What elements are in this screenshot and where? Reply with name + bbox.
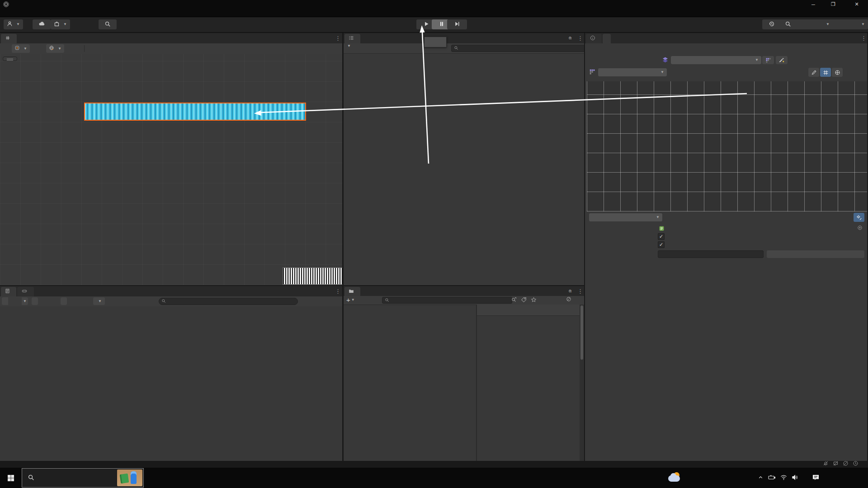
close-button[interactable]: ✕ bbox=[849, 0, 864, 9]
project-panel: a ⋮ +▼ bbox=[344, 286, 584, 461]
notification-center-icon[interactable] bbox=[812, 474, 820, 482]
clear-dropdown[interactable]: ▼ bbox=[21, 297, 28, 305]
collapse-button[interactable] bbox=[32, 297, 38, 305]
scene-panel: ⋮ ▼ ▼ bbox=[0, 33, 342, 285]
z-position-input[interactable] bbox=[658, 250, 764, 258]
tab-project[interactable] bbox=[344, 287, 360, 296]
error-pause-button[interactable] bbox=[61, 297, 67, 305]
palette-select-dropdown[interactable]: ▼ bbox=[598, 68, 667, 76]
scene-tabbar: ⋮ bbox=[0, 33, 342, 43]
handle-space-dropdown[interactable]: ▼ bbox=[46, 44, 64, 53]
object-picker-icon[interactable] bbox=[857, 225, 863, 232]
layers-dropdown[interactable]: ▼ bbox=[795, 19, 833, 29]
tab-hierarchy[interactable] bbox=[344, 34, 360, 43]
search-highlight-image[interactable] bbox=[117, 469, 142, 486]
console-toolbar: ▼ ▼ bbox=[0, 296, 342, 307]
active-tilemap-dropdown[interactable]: ▼ bbox=[671, 56, 761, 64]
search-save-icon[interactable] bbox=[511, 297, 517, 304]
search-icon bbox=[161, 298, 166, 305]
scene-viewport[interactable] bbox=[0, 54, 342, 285]
project-assets-pane bbox=[477, 305, 580, 461]
wifi-icon[interactable] bbox=[780, 474, 787, 482]
info-icon bbox=[590, 35, 595, 42]
hierarchy-toolbar: ▼ bbox=[344, 43, 584, 54]
tab-scene[interactable] bbox=[1, 34, 17, 43]
brush-settings-toggle[interactable] bbox=[854, 213, 864, 222]
clear-button[interactable] bbox=[2, 297, 8, 305]
palette-edit-button[interactable] bbox=[808, 68, 819, 77]
project-add-button[interactable]: +▼ bbox=[346, 296, 355, 304]
services-muted-icon[interactable] bbox=[843, 460, 849, 468]
gridbrush-script-icon bbox=[658, 225, 665, 231]
collab-muted-icon[interactable] bbox=[833, 460, 839, 468]
project-scrollbar[interactable] bbox=[580, 305, 584, 461]
editor-status-icons bbox=[823, 460, 859, 468]
pivot-dropdown[interactable]: ▼ bbox=[12, 44, 30, 53]
lock-a-icon[interactable]: a bbox=[569, 35, 571, 40]
progress-clock-icon[interactable] bbox=[853, 460, 859, 468]
inspector-tabbar: ⋮ bbox=[585, 33, 867, 43]
hierarchy-panel-menu-icon[interactable]: ⋮ bbox=[577, 35, 583, 42]
flood-fill-checkbox[interactable]: ✓ bbox=[658, 233, 665, 240]
notifications-muted-icon[interactable] bbox=[823, 460, 829, 468]
tab-inspector[interactable] bbox=[586, 34, 602, 43]
tab-tile-palette[interactable] bbox=[603, 34, 611, 43]
selected-water-tile-strip[interactable] bbox=[84, 103, 306, 121]
search-icon bbox=[385, 297, 389, 304]
windows-taskbar bbox=[0, 468, 868, 488]
gamepad-icon bbox=[21, 288, 28, 295]
palette-tile-grid[interactable] bbox=[587, 81, 867, 211]
hierarchy-search-input[interactable] bbox=[451, 45, 584, 52]
taskbar-search-box[interactable] bbox=[22, 468, 144, 488]
unity-search-button[interactable] bbox=[99, 19, 117, 29]
account-button[interactable]: ▼ bbox=[4, 19, 23, 29]
hidden-packages-count[interactable] bbox=[566, 296, 573, 302]
step-button[interactable] bbox=[447, 19, 467, 29]
tray-chevron-icon[interactable] bbox=[758, 474, 764, 482]
editor-dropdown[interactable]: ▼ bbox=[93, 297, 105, 305]
palette-grid-icon bbox=[589, 69, 595, 76]
tilemap-layers-icon bbox=[662, 56, 669, 65]
overlay-drag-handle[interactable] bbox=[3, 57, 17, 61]
search-icon bbox=[454, 45, 458, 52]
palette-grid-toggle[interactable] bbox=[762, 56, 774, 64]
assets-pane-header bbox=[477, 305, 580, 316]
maximize-button[interactable]: ❐ bbox=[826, 0, 841, 9]
battery-icon[interactable] bbox=[768, 474, 776, 482]
hierarchy-add-button[interactable]: ▼ bbox=[346, 44, 351, 48]
palette-panel-menu-icon[interactable]: ⋮ bbox=[861, 35, 867, 42]
volume-icon[interactable] bbox=[792, 474, 798, 482]
minimize-button[interactable]: ─ bbox=[806, 0, 821, 9]
tab-game[interactable] bbox=[17, 287, 34, 296]
favorite-star-icon[interactable] bbox=[531, 297, 537, 304]
palette-gizmo-button[interactable] bbox=[832, 68, 843, 77]
lock-a-icon[interactable]: a bbox=[569, 288, 571, 293]
brush-type-dropdown[interactable]: ▼ bbox=[589, 213, 662, 221]
hierarchy-list-icon bbox=[349, 35, 354, 42]
person-icon bbox=[7, 21, 13, 28]
project-panel-menu-icon[interactable]: ⋮ bbox=[577, 288, 583, 295]
scene-panel-menu-icon[interactable]: ⋮ bbox=[335, 35, 341, 42]
pause-tooltip bbox=[424, 37, 447, 47]
console-panel-menu-icon[interactable]: ⋮ bbox=[335, 288, 341, 295]
lock-z-checkbox[interactable]: ✓ bbox=[658, 241, 665, 248]
brush-favorites-button[interactable] bbox=[776, 56, 788, 64]
palette-grid-visibility-button[interactable] bbox=[820, 68, 831, 77]
tab-console[interactable] bbox=[1, 287, 16, 296]
console-log-area[interactable] bbox=[0, 306, 342, 461]
asset-store-button[interactable]: ▼ bbox=[51, 19, 70, 29]
label-tag-icon[interactable] bbox=[521, 297, 527, 304]
layout-dropdown[interactable]: ▼ bbox=[830, 19, 868, 29]
project-search-input[interactable] bbox=[382, 297, 512, 304]
console-doc-icon bbox=[5, 288, 10, 295]
cloud-button[interactable] bbox=[33, 19, 51, 29]
project-toolbar: +▼ bbox=[344, 296, 584, 305]
reset-button[interactable] bbox=[767, 250, 864, 258]
shopping-bag-icon bbox=[54, 21, 60, 28]
project-tree bbox=[344, 305, 476, 461]
main-toolbar: ▼ ▼ ▼ ▼ bbox=[0, 17, 868, 33]
weather-widget[interactable] bbox=[668, 468, 688, 488]
console-search-input[interactable] bbox=[159, 298, 298, 305]
play-icon bbox=[424, 21, 429, 28]
start-button[interactable] bbox=[0, 468, 22, 488]
